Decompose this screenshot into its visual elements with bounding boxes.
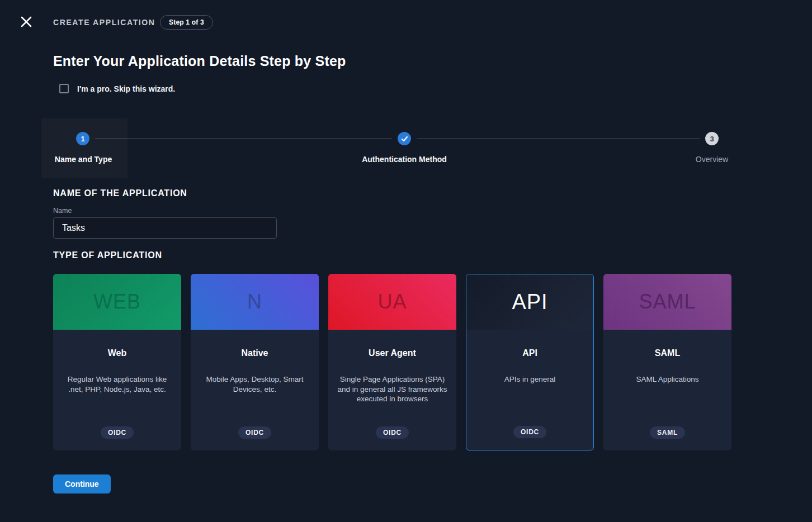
stepper-circle-name-and-type[interactable]: 1 [76, 132, 89, 145]
close-icon [20, 16, 32, 28]
card-web[interactable]: WEB Web Regular Web applications like .n… [53, 274, 181, 450]
card-saml-banner: SAML [603, 274, 731, 330]
card-user-agent-banner: UA [328, 274, 456, 330]
card-native[interactable]: N Native Mobile Apps, Desktop, Smart Dev… [191, 274, 319, 450]
stepper-connector-line [417, 138, 700, 139]
card-title: User Agent [328, 348, 456, 358]
protocol-badge: OIDC [238, 426, 271, 439]
page-title: Enter Your Application Details Step by S… [53, 53, 346, 69]
card-title: Web [53, 348, 181, 358]
card-api-banner: API [466, 274, 593, 330]
card-description: SAML Applications [603, 374, 731, 385]
step-number: 3 [710, 135, 714, 143]
card-title: SAML [603, 348, 731, 358]
wizard-title: CREATE APPLICATION [53, 18, 155, 27]
card-description: Single Page Applications (SPA) and in ge… [328, 374, 456, 404]
protocol-badge: OIDC [101, 426, 134, 439]
step-number: 1 [81, 135, 84, 143]
stepper-label-name-and-type: Name and Type [55, 155, 112, 164]
stepper-circle-overview[interactable]: 3 [705, 132, 719, 145]
close-button[interactable] [20, 16, 32, 28]
skip-wizard-row[interactable]: I'm a pro. Skip this wizard. [59, 84, 175, 93]
skip-wizard-checkbox[interactable] [59, 84, 69, 93]
protocol-badge: OIDC [376, 426, 409, 439]
name-section-heading: NAME OF THE APPLICATION [53, 188, 187, 198]
stepper-circle-authentication-method[interactable] [398, 132, 411, 145]
card-title: Native [191, 348, 319, 358]
card-web-banner: WEB [53, 274, 181, 330]
stepper-current-step-highlight [41, 118, 128, 178]
protocol-badge: OIDC [513, 426, 546, 438]
protocol-badge: SAML [650, 426, 685, 439]
skip-wizard-label: I'm a pro. Skip this wizard. [77, 84, 175, 93]
card-native-banner: N [191, 274, 319, 330]
card-user-agent[interactable]: UA User Agent Single Page Applications (… [328, 274, 456, 450]
check-icon [401, 135, 408, 143]
step-badge: Step 1 of 3 [160, 15, 213, 30]
card-description: Regular Web applications like .net, PHP,… [53, 374, 181, 394]
card-saml[interactable]: SAML SAML SAML Applications SAML [603, 274, 731, 450]
application-type-cards: WEB Web Regular Web applications like .n… [53, 274, 731, 450]
continue-button[interactable]: Continue [53, 474, 111, 493]
stepper-label-authentication-method: Authentication Method [362, 155, 447, 164]
stepper-label-overview: Overview [696, 155, 728, 164]
card-description: Mobile Apps, Desktop, Smart Devices, etc… [191, 374, 319, 394]
application-name-input[interactable] [53, 217, 277, 239]
card-description: APIs in general [466, 374, 593, 385]
stepper-connector-line [95, 138, 392, 139]
card-title: API [466, 348, 593, 358]
name-field-label: Name [53, 207, 72, 215]
type-section-heading: TYPE OF APPLICATION [53, 250, 162, 260]
card-api-selected[interactable]: API API APIs in general OIDC [466, 274, 594, 450]
